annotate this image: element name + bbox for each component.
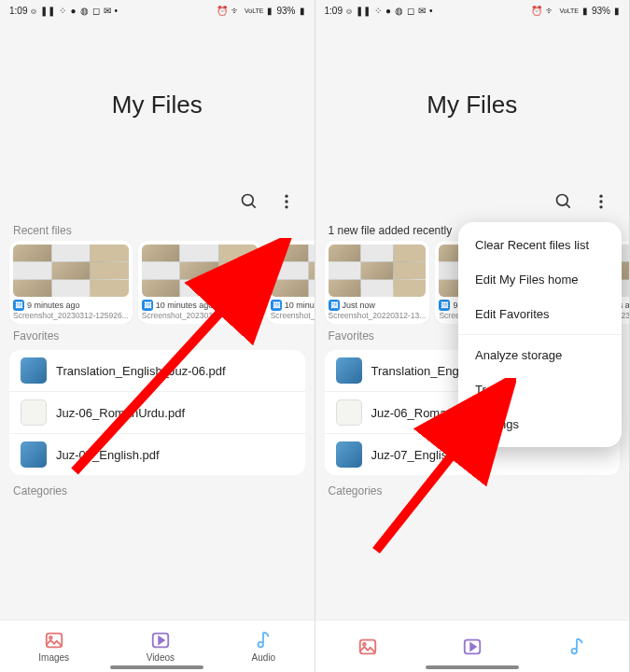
recent-file-card[interactable]: 🖼9 minutes ago Screenshot_20230312-12592… [9,241,133,324]
thumbnail [329,245,427,297]
recent-file-card[interactable]: 🖼Just now Screenshot_20220312-13... [325,241,430,324]
image-badge-icon: 🖼 [439,300,450,311]
nav-images[interactable] [357,637,378,657]
whatsapp-icon: ⌾ [346,6,352,16]
header: My Files [0,21,315,189]
volte-icon: VoLTE [245,7,264,14]
alarm-icon: ⏰ [531,6,542,16]
more-icon: • [115,6,119,16]
status-bar: 1:09 ⌾ ❚❚ ⁘ ● ◍ ◻ ✉ • ⏰ ᯤ VoLTE ▮ 93% ▮ [0,0,315,21]
menu-settings[interactable]: Settings [458,407,622,441]
menu-analyze-storage[interactable]: Analyze storage [458,338,622,372]
recent-files-row[interactable]: 🖼9 minutes ago Screenshot_20230312-12592… [0,241,315,324]
nav-images[interactable]: Images [38,630,69,663]
nav-audio[interactable] [567,637,587,657]
svg-point-18 [363,642,366,645]
menu-edit-favorites[interactable]: Edit Favorites [458,297,622,331]
wifi-icon: ᯤ [231,6,241,16]
nav-audio[interactable]: Audio [252,630,276,663]
image-badge-icon: 🖼 [142,300,153,311]
recent-file-card[interactable]: 🖼10 minutes ago Screenshot_20230312-1259… [267,241,315,324]
image-badge-icon: 🖼 [13,300,24,311]
images-icon [44,630,64,651]
header: My Files [315,21,630,189]
svg-point-14 [599,195,602,198]
more-icon[interactable] [277,192,296,211]
menu-edit-home[interactable]: Edit My Files home [458,262,622,297]
bottom-nav: Images Videos Audio [0,620,315,672]
favorite-item[interactable]: Juz-07_English.pdf [9,434,305,475]
signal-icon: ▮ [267,6,273,16]
circle-icon: ● [70,6,76,16]
dots-icon: ⁘ [59,6,66,16]
signal-icon: ▮ [582,6,588,16]
wifi-icon: ᯤ [546,6,555,16]
search-icon[interactable] [554,192,573,211]
svg-marker-8 [159,637,164,643]
alarm-icon: ⏰ [217,6,228,16]
videos-icon [150,630,171,651]
circle-icon: ● [385,6,391,16]
dots-icon: ⁘ [374,6,382,16]
image-badge-icon: 🖼 [329,300,340,311]
favorite-item[interactable]: Juz-06_RomanUrdu.pdf [9,392,305,434]
panel-right: 1:09 ⌾ ❚❚ ⁘ ● ◍ ◻ ✉ • ⏰ ᯤ VoLTE ▮ 93% ▮ … [315,0,631,672]
page-title: My Files [112,91,203,119]
options-menu: Clear Recent files list Edit My Files ho… [458,222,622,447]
section-categories-label: Categories [315,479,630,501]
volte-icon: VoLTE [559,7,579,14]
file-thumb-icon [21,399,47,426]
mail-icon: ✉ [418,6,426,16]
svg-point-15 [599,200,602,203]
home-indicator[interactable] [110,665,203,669]
nav-videos[interactable]: Videos [147,630,175,663]
pause-icon: ❚❚ [356,6,371,16]
nav-videos[interactable] [462,637,483,657]
battery-icon: ▮ [614,6,620,16]
file-thumb-icon [21,441,47,468]
file-thumb-icon [336,399,362,426]
battery-level: 93% [276,6,295,16]
favorites-list: Translation_English_Juz-06.pdf Juz-06_Ro… [9,350,305,475]
file-thumb-icon [336,441,362,468]
menu-separator [458,334,622,335]
section-recent-label: Recent files [0,218,315,241]
svg-point-4 [285,205,287,208]
badge-icon: ◍ [80,6,89,16]
more-icon[interactable] [592,192,610,211]
whatsapp-icon: ⌾ [31,6,36,16]
search-icon[interactable] [240,192,259,211]
status-time: 1:09 [9,6,27,16]
svg-point-9 [259,642,264,648]
status-time: 1:09 [325,6,343,16]
home-indicator[interactable] [426,665,519,669]
status-bar: 1:09 ⌾ ❚❚ ⁘ ● ◍ ◻ ✉ • ⏰ ᯤ VoLTE ▮ 93% ▮ [315,0,630,21]
toolbar [0,189,315,218]
svg-point-2 [285,195,287,198]
svg-point-6 [49,637,52,639]
recent-file-card[interactable]: 🖼10 minutes ago Screenshot_20230312-1259… [138,241,261,324]
svg-point-12 [557,195,568,206]
battery-icon: ▮ [300,6,305,16]
thumbnail [13,245,129,297]
svg-point-0 [242,195,253,206]
favorite-item[interactable]: Translation_English_Juz-06.pdf [9,350,305,392]
image-badge-icon: 🖼 [271,300,282,311]
file-thumb-icon [21,357,47,384]
file-thumb-icon [336,357,362,384]
page-title: My Files [427,91,517,119]
section-categories-label: Categories [0,479,315,501]
svg-point-21 [571,648,577,653]
thumbnail [271,245,315,297]
images-icon [357,637,378,657]
audio-icon [253,630,273,651]
svg-marker-20 [470,643,476,650]
menu-trash[interactable]: Trash [458,372,622,407]
menu-clear-recent[interactable]: Clear Recent files list [458,228,622,262]
svg-point-3 [285,200,287,203]
svg-line-1 [251,204,255,208]
svg-point-16 [599,205,602,208]
videos-icon [462,637,483,657]
svg-line-13 [567,204,570,208]
bottom-nav [315,620,630,672]
